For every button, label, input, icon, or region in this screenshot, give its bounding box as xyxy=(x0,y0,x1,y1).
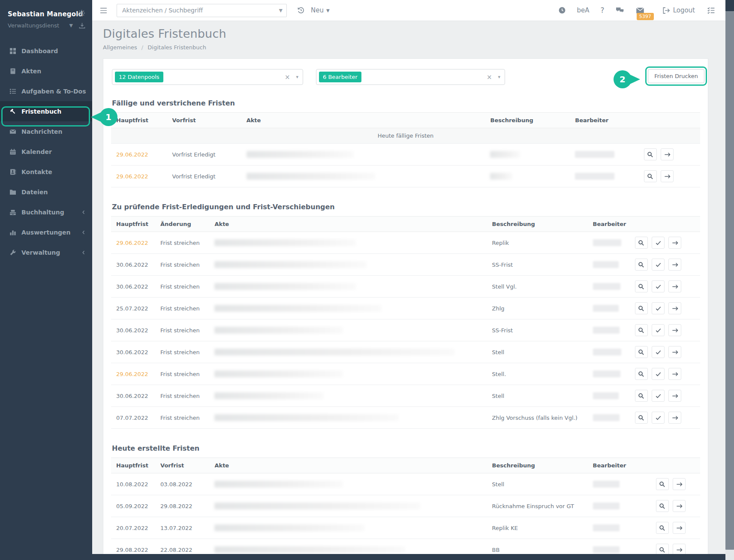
column-header xyxy=(628,458,700,473)
magnifier-icon[interactable] xyxy=(635,324,648,336)
arrow-right-icon[interactable] xyxy=(668,390,681,402)
check-icon[interactable] xyxy=(652,302,665,314)
arrow-right-icon[interactable] xyxy=(668,237,681,249)
sidebar-item-dashboard[interactable]: Dashboard xyxy=(0,41,92,61)
datenpools-filter[interactable]: 12 Datenpools × ▾ xyxy=(112,69,303,85)
column-header xyxy=(635,113,700,128)
beschreibung-cell: Stell xyxy=(487,473,588,495)
arrow-right-icon[interactable] xyxy=(673,522,686,534)
arrow-right-icon[interactable] xyxy=(668,412,681,424)
clock-icon[interactable] xyxy=(558,6,566,14)
check-icon[interactable] xyxy=(652,259,665,271)
magnifier-icon[interactable] xyxy=(635,302,648,314)
magnifier-icon[interactable] xyxy=(635,280,648,292)
hamburger-icon[interactable] xyxy=(100,7,107,14)
magnifier-icon[interactable] xyxy=(635,346,648,358)
magnifier-icon[interactable] xyxy=(656,522,669,534)
neu-menu[interactable]: Neu ▼ xyxy=(311,6,330,14)
magnifier-icon[interactable] xyxy=(644,170,657,182)
table-row: 25.07.2022 Frist streichen Zhlg xyxy=(111,298,700,319)
beschreibung-cell: Zhlg Vorschuss (falls kein Vgl.) xyxy=(487,407,588,429)
chat-icon[interactable] xyxy=(616,6,625,14)
mail-count-badge: 5397 xyxy=(637,13,654,20)
check-icon[interactable] xyxy=(652,280,665,292)
caret-down-icon[interactable]: ▾ xyxy=(498,74,500,80)
vorfrist-cell: 13.07.2022 xyxy=(155,517,209,539)
check-icon[interactable] xyxy=(652,390,665,402)
footer-bar xyxy=(0,554,734,560)
history-icon[interactable] xyxy=(297,6,305,14)
column-header: Hauptfrist xyxy=(111,458,155,473)
caret-down-icon[interactable]: ▼ xyxy=(69,23,73,28)
table-row: 07.07.2022 Frist streichen Zhlg Vorschus… xyxy=(111,407,700,429)
arrow-right-icon[interactable] xyxy=(668,280,681,292)
beschreibung-cell: Rücknahme Einspruch vor GT xyxy=(487,495,588,517)
logout-button[interactable]: Logout xyxy=(662,6,695,14)
page-content: Digitales Fristenbuch Allgemeines / Digi… xyxy=(92,21,725,560)
scrollbar-track[interactable] xyxy=(725,0,734,560)
arrow-right-icon[interactable] xyxy=(668,259,681,271)
caret-down-icon[interactable]: ▼ xyxy=(279,8,283,13)
magnifier-icon[interactable] xyxy=(635,368,648,380)
sidebar-item-kontakte[interactable]: Kontakte xyxy=(0,162,92,182)
hauptfrist-cell: 29.06.2022 xyxy=(111,144,167,166)
table-row: 20.07.2022 13.07.2022 Replik KE xyxy=(111,517,700,539)
sidebar-item-dateien[interactable]: Dateien xyxy=(0,182,92,202)
magnifier-icon[interactable] xyxy=(635,259,648,271)
check-icon[interactable] xyxy=(652,368,665,380)
arrow-right-icon[interactable] xyxy=(668,368,681,380)
sidebar-item-label: Kalender xyxy=(21,148,52,155)
check-icon[interactable] xyxy=(652,324,665,336)
clear-icon[interactable]: × xyxy=(285,73,290,81)
redacted-akte xyxy=(214,283,356,290)
sidebar-nav: Dashboard Akten Aufgaben & To-Dos xyxy=(0,41,92,262)
download-icon[interactable] xyxy=(79,22,85,29)
mail-menu[interactable]: 5397 xyxy=(636,7,644,14)
help-icon[interactable]: ? xyxy=(601,6,605,15)
beschreibung-cell: Stell. xyxy=(487,363,588,385)
fristen-drucken-button[interactable]: Fristen Drucken xyxy=(648,69,704,83)
redacted-beschreibung xyxy=(490,173,512,180)
sidebar-item-verwaltung[interactable]: Verwaltung xyxy=(0,242,92,262)
arrow-right-icon[interactable] xyxy=(661,170,674,182)
scrollbar-thumb[interactable] xyxy=(725,11,734,550)
bearbeiter-tag: 6 Bearbeiter xyxy=(319,72,361,82)
gear-icon[interactable] xyxy=(78,9,85,17)
clear-icon[interactable]: × xyxy=(487,73,492,81)
check-icon[interactable] xyxy=(652,346,665,358)
redacted-akte xyxy=(214,414,399,421)
sidebar-item-nachrichten[interactable]: Nachrichten xyxy=(0,121,92,142)
sidebar-item-kalender[interactable]: Kalender xyxy=(0,142,92,162)
bearbeiter-filter[interactable]: 6 Bearbeiter × ▾ xyxy=(316,69,505,85)
aenderung-cell: Frist streichen xyxy=(155,407,209,429)
magnifier-icon[interactable] xyxy=(656,500,669,512)
column-header: Akte xyxy=(241,113,485,128)
sidebar-item-buchhaltung[interactable]: Buchhaltung xyxy=(0,202,92,222)
dateien-icon xyxy=(9,189,16,196)
sidebar-item-fristenbuch[interactable]: Fristenbuch xyxy=(0,101,92,121)
sidebar-item-label: Kontakte xyxy=(21,169,52,175)
arrow-right-icon[interactable] xyxy=(661,148,674,160)
verwaltung-icon xyxy=(9,249,16,256)
arrow-right-icon[interactable] xyxy=(668,302,681,314)
arrow-right-icon[interactable] xyxy=(668,346,681,358)
arrow-right-icon[interactable] xyxy=(673,478,686,490)
magnifier-icon[interactable] xyxy=(635,412,648,424)
sidebar-item-auswertungen[interactable]: Auswertungen xyxy=(0,222,92,242)
redacted-bearbeiter xyxy=(593,546,620,553)
magnifier-icon[interactable] xyxy=(656,478,669,490)
sidebar-item-aufgaben[interactable]: Aufgaben & To-Dos xyxy=(0,81,92,101)
bea-button[interactable]: beA xyxy=(577,6,590,14)
arrow-right-icon[interactable] xyxy=(673,500,686,512)
sidebar-item-akten[interactable]: Akten xyxy=(0,61,92,81)
magnifier-icon[interactable] xyxy=(644,148,657,160)
caret-down-icon[interactable]: ▾ xyxy=(296,74,298,80)
search-input[interactable] xyxy=(117,4,287,17)
check-icon[interactable] xyxy=(652,237,665,249)
checklist-icon[interactable] xyxy=(707,7,715,14)
magnifier-icon[interactable] xyxy=(635,390,648,402)
breadcrumb-allgemeines[interactable]: Allgemeines xyxy=(103,44,137,51)
magnifier-icon[interactable] xyxy=(635,237,648,249)
arrow-right-icon[interactable] xyxy=(668,324,681,336)
check-icon[interactable] xyxy=(652,412,665,424)
